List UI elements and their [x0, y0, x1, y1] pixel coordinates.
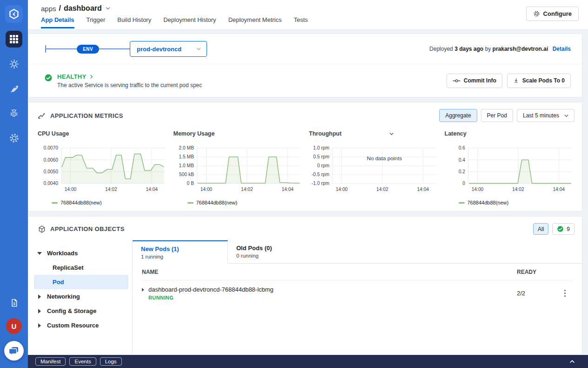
- svg-text:0.0060: 0.0060: [44, 157, 59, 163]
- tab-build-history[interactable]: Build History: [117, 16, 151, 28]
- sidebar-item-operations[interactable]: [6, 55, 22, 72]
- metrics-title: APPLICATION METRICS: [50, 112, 123, 119]
- chart-latency: Latency0.60.40.2014:0014:0214:04768844db…: [445, 130, 575, 207]
- svg-text:14:04: 14:04: [281, 187, 294, 192]
- chart-title: Latency: [445, 130, 467, 137]
- breadcrumb-separator: /: [59, 4, 61, 13]
- svg-text:2.0 MB: 2.0 MB: [179, 145, 194, 150]
- deployment-details-link[interactable]: Details: [553, 46, 571, 52]
- env-selector-row: ENV prod-devtroncd Deployed 3 days ago b…: [28, 34, 582, 64]
- breadcrumb[interactable]: apps / dashboard: [41, 4, 579, 13]
- svg-text:0.2: 0.2: [458, 169, 465, 174]
- tree-group-config-storage[interactable]: Config & Storage: [34, 304, 128, 318]
- sidebar-item-docs[interactable]: [6, 294, 22, 311]
- chart-plot: 0.60.40.2014:0014:0214:04: [445, 143, 575, 199]
- pod-tab-sub: 0 running: [236, 253, 315, 259]
- svg-text:14:00: 14:00: [336, 187, 348, 192]
- commit-info-button[interactable]: Commit Info: [447, 74, 502, 88]
- time-range-select[interactable]: Last 5 minutes: [517, 109, 575, 122]
- tab-app-details[interactable]: App Details: [41, 16, 74, 28]
- sidebar-item-security[interactable]: [6, 105, 22, 122]
- svg-text:500 kB: 500 kB: [179, 172, 194, 177]
- filter-all-button[interactable]: All: [533, 223, 548, 235]
- rocket-icon: [9, 83, 20, 94]
- expand-panel-chevron-up-icon[interactable]: [568, 358, 576, 365]
- metrics-title-group: APPLICATION METRICS: [38, 111, 123, 120]
- pod-tab-bar: New Pods (1) 1 running Old Pods (0) 0 ru…: [133, 240, 582, 264]
- logs-button[interactable]: Logs: [100, 357, 122, 366]
- page-content: ENV prod-devtroncd Deployed 3 days ago b…: [28, 30, 588, 355]
- chart-legend: 768844db88(new): [187, 200, 304, 205]
- sidebar-item-applications[interactable]: [6, 31, 22, 48]
- svg-text:-0.5 rpm: -0.5 rpm: [312, 172, 329, 177]
- resource-tree: Workloads ReplicaSet Pod Networking: [28, 240, 132, 354]
- tree-group-label: Config & Storage: [47, 307, 96, 314]
- svg-text:0.0050: 0.0050: [44, 169, 59, 174]
- commit-icon: [453, 78, 461, 84]
- environment-select[interactable]: prod-devtroncd: [130, 41, 207, 57]
- tab-new-pods[interactable]: New Pods (1) 1 running: [133, 240, 228, 264]
- devtron-logo[interactable]: [5, 5, 23, 23]
- per-pod-toggle[interactable]: Per Pod: [481, 109, 513, 122]
- pipeline-segment: [99, 48, 130, 49]
- configure-button[interactable]: Configure: [526, 7, 579, 21]
- pod-name[interactable]: dashboard-prod-devtroncd-768844db88-lcbm…: [148, 286, 274, 293]
- tab-deployment-history[interactable]: Deployment History: [163, 16, 216, 28]
- svg-text:14:02: 14:02: [376, 187, 388, 192]
- objects-header: APPLICATION OBJECTS All 9: [28, 223, 582, 240]
- configure-label: Configure: [543, 10, 572, 17]
- metrics-controls: Aggregate Per Pod Last 5 minutes: [439, 109, 575, 122]
- tab-old-pods[interactable]: Old Pods (0) 0 running: [228, 240, 323, 263]
- tab-deployment-metrics[interactable]: Deployment Metrics: [228, 16, 282, 28]
- tree-item-pod[interactable]: Pod: [34, 275, 128, 289]
- breadcrumb-section: apps: [41, 5, 56, 13]
- deployed-time: 3 days ago: [454, 46, 483, 52]
- svg-text:14:02: 14:02: [241, 187, 253, 192]
- tree-group-networking[interactable]: Networking: [34, 289, 128, 304]
- deployed-prefix: Deployed: [429, 46, 453, 52]
- time-range-value: Last 5 minutes: [523, 112, 559, 119]
- aggregate-toggle[interactable]: Aggregate: [439, 109, 477, 122]
- scale-pods-button[interactable]: Scale Pods To 0: [507, 74, 571, 88]
- tab-tests[interactable]: Tests: [294, 16, 308, 28]
- manifest-button[interactable]: Manifest: [35, 357, 66, 366]
- tree-group-label: Workloads: [47, 250, 78, 257]
- svg-text:1.0 rpm: 1.0 rpm: [313, 145, 329, 150]
- tree-group-custom-resource[interactable]: Custom Resource: [34, 318, 128, 333]
- svg-text:0 B: 0 B: [187, 181, 194, 186]
- tab-trigger[interactable]: Trigger: [87, 16, 106, 28]
- objects-filters: All 9: [533, 223, 575, 235]
- charts-row: CPU Usage0.00700.00600.00500.004014:0014…: [38, 130, 575, 207]
- sidebar-item-deploy[interactable]: [6, 80, 22, 97]
- bug-icon: [9, 108, 19, 118]
- tree-item-replicaset[interactable]: ReplicaSet: [34, 260, 128, 275]
- settings-gear-icon: [9, 133, 20, 143]
- devtron-logo-icon: [8, 8, 20, 20]
- healthy-check-icon: [44, 74, 53, 82]
- column-name: NAME: [142, 269, 517, 275]
- events-button[interactable]: Events: [69, 357, 96, 366]
- svg-text:0.5 rpm: 0.5 rpm: [313, 154, 329, 159]
- chart-title: CPU Usage: [38, 130, 69, 137]
- healthy-check-icon: [557, 225, 564, 232]
- chat-help-button[interactable]: [4, 341, 24, 361]
- chart-metric-dropdown-chevron-icon[interactable]: [344, 131, 439, 137]
- user-avatar[interactable]: U: [6, 318, 22, 334]
- health-status-link[interactable]: HEALTHY: [57, 73, 202, 80]
- deployed-info: Deployed 3 days ago by prakarsh@devtron.…: [429, 46, 571, 52]
- tree-group-label: Networking: [47, 293, 80, 300]
- column-ready: READY: [517, 269, 557, 275]
- chart-plot: 2.0 MB1.5 MB1.0 MB500 kB0 B14:0014:0214:…: [174, 143, 304, 199]
- filter-healthy-button[interactable]: 9: [552, 223, 575, 235]
- expand-row-caret-icon[interactable]: [142, 288, 144, 292]
- metrics-header: APPLICATION METRICS Aggregate Per Pod La…: [38, 109, 575, 122]
- chevron-down-icon[interactable]: [105, 5, 111, 12]
- sidebar-item-global-config[interactable]: [6, 129, 22, 146]
- legend-swatch: [52, 202, 58, 204]
- svg-text:14:04: 14:04: [417, 187, 429, 192]
- objects-title: APPLICATION OBJECTS: [50, 225, 125, 232]
- row-menu-kebab-icon[interactable]: [562, 288, 568, 299]
- tree-group-workloads[interactable]: Workloads: [34, 246, 128, 260]
- chart-legend: 768844db88(new): [459, 200, 575, 205]
- svg-text:0: 0: [462, 181, 465, 186]
